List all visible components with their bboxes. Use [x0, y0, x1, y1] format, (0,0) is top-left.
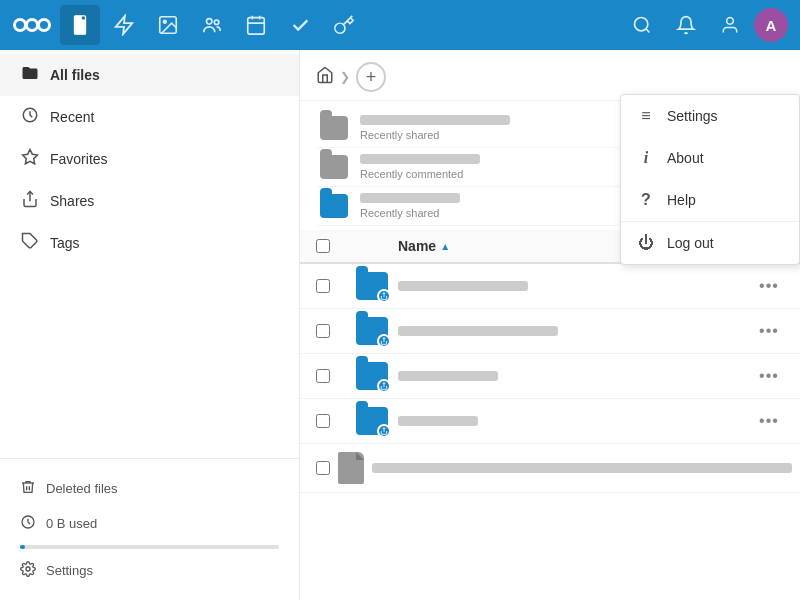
share-folder-icon-2: [356, 317, 388, 345]
svg-point-13: [635, 18, 648, 31]
passwords-nav-icon[interactable]: [324, 5, 364, 45]
row-more-button-3[interactable]: •••: [759, 367, 779, 385]
dropdown-logout[interactable]: ⏻ Log out: [621, 222, 799, 264]
dropdown-settings[interactable]: ≡ Settings: [621, 95, 799, 137]
dropdown-about[interactable]: i About: [621, 137, 799, 179]
activity-nav-icon[interactable]: [104, 5, 144, 45]
sidebar: All files Recent Favorites Shares Tags: [0, 50, 300, 600]
table-row[interactable]: •••: [300, 399, 800, 444]
table-row[interactable]: •••: [300, 309, 800, 354]
row-checkbox-5[interactable]: [316, 461, 330, 475]
sidebar-item-favorites[interactable]: Favorites: [0, 138, 299, 180]
topbar-icons: [60, 5, 614, 45]
sidebar-settings-label: Settings: [46, 563, 93, 578]
storage-label: 0 B used: [46, 516, 97, 531]
sidebar-bottom: Deleted files 0 B used Settings: [0, 458, 299, 600]
row-checkbox-3[interactable]: [316, 369, 346, 383]
name-column-header[interactable]: Name: [398, 238, 436, 254]
all-files-label: All files: [50, 67, 100, 83]
settings-menu-icon: ≡: [637, 107, 655, 125]
recent-file-sub-1: Recently shared: [360, 129, 510, 141]
svg-rect-12: [248, 18, 265, 34]
topbar-right: A: [622, 5, 788, 45]
about-menu-icon: i: [637, 149, 655, 167]
admin-icon[interactable]: [710, 5, 750, 45]
favorites-label: Favorites: [50, 151, 108, 167]
calendar-nav-icon[interactable]: [236, 5, 276, 45]
sidebar-storage: 0 B used: [20, 506, 279, 541]
share-folder-icon-4: [356, 407, 388, 435]
row-more-button-4[interactable]: •••: [759, 412, 779, 430]
row-checkbox-input-5[interactable]: [316, 461, 330, 475]
filename-bar-3: [398, 371, 498, 381]
row-more-button-1[interactable]: •••: [759, 277, 779, 295]
share-folder-icon-3: [356, 362, 388, 390]
svg-point-3: [16, 21, 24, 29]
sort-arrow-icon: ▲: [440, 241, 450, 252]
share-folder-icon-1: [356, 272, 388, 300]
row-checkbox-input-4[interactable]: [316, 414, 330, 428]
file-table: Name ▲: [300, 230, 800, 493]
recent-file-name-3: [360, 193, 460, 203]
notifications-icon[interactable]: [666, 5, 706, 45]
search-icon[interactable]: [622, 5, 662, 45]
photos-nav-icon[interactable]: [148, 5, 188, 45]
sidebar-item-shares[interactable]: Shares: [0, 180, 299, 222]
recent-folder-icon-2: [320, 155, 348, 179]
add-button[interactable]: +: [356, 62, 386, 92]
recent-file-sub-2: Recently commented: [360, 168, 480, 180]
dropdown-help[interactable]: ? Help: [621, 179, 799, 221]
row-checkbox-input-2[interactable]: [316, 324, 330, 338]
tasks-nav-icon[interactable]: [280, 5, 320, 45]
dropdown-help-label: Help: [667, 192, 696, 208]
select-all-checkbox[interactable]: [316, 239, 346, 253]
sidebar-deleted-files[interactable]: Deleted files: [20, 471, 279, 506]
contacts-nav-icon[interactable]: [192, 5, 232, 45]
row-more-button-2[interactable]: •••: [759, 322, 779, 340]
svg-point-10: [207, 19, 213, 24]
row-checkbox-input-3[interactable]: [316, 369, 330, 383]
row-checkbox-1[interactable]: [316, 279, 346, 293]
user-avatar[interactable]: A: [754, 8, 788, 42]
svg-point-9: [163, 20, 166, 23]
favorites-icon: [20, 148, 40, 170]
table-row[interactable]: •••: [300, 444, 800, 493]
row-checkbox-2[interactable]: [316, 324, 346, 338]
home-breadcrumb[interactable]: [316, 66, 334, 88]
filename-bar-1: [398, 281, 528, 291]
recent-folder-icon-3: [320, 194, 348, 218]
sidebar-item-recent[interactable]: Recent: [0, 96, 299, 138]
svg-marker-7: [116, 16, 133, 34]
sidebar-item-tags[interactable]: Tags: [0, 222, 299, 264]
table-row[interactable]: •••: [300, 354, 800, 399]
filename-bar-5: [372, 463, 792, 473]
dropdown-logout-label: Log out: [667, 235, 714, 251]
user-dropdown-menu: ≡ Settings i About ? Help ⏻ Log out: [620, 94, 800, 265]
shares-label: Shares: [50, 193, 94, 209]
dropdown-about-label: About: [667, 150, 704, 166]
storage-bar-fill: [20, 545, 25, 549]
sidebar-item-all-files[interactable]: All files: [0, 54, 299, 96]
row-checkbox-4[interactable]: [316, 414, 346, 428]
tags-label: Tags: [50, 235, 80, 251]
select-all-input[interactable]: [316, 239, 330, 253]
help-menu-icon: ?: [637, 191, 655, 209]
file-icon-5: [338, 452, 364, 484]
logout-menu-icon: ⏻: [637, 234, 655, 252]
sidebar-settings-icon: [20, 561, 36, 580]
files-nav-icon[interactable]: [60, 5, 100, 45]
svg-point-14: [727, 18, 734, 25]
recent-label: Recent: [50, 109, 94, 125]
table-row[interactable]: •••: [300, 264, 800, 309]
logo[interactable]: [12, 11, 52, 39]
sidebar-settings[interactable]: Settings: [20, 553, 279, 588]
svg-point-20: [26, 567, 30, 571]
dropdown-settings-label: Settings: [667, 108, 718, 124]
svg-marker-16: [23, 150, 38, 164]
shares-icon: [20, 190, 40, 212]
recent-file-sub-3: Recently shared: [360, 207, 460, 219]
filename-bar-4: [398, 416, 478, 426]
svg-point-11: [214, 20, 219, 25]
recent-file-name-2: [360, 154, 480, 164]
row-checkbox-input-1[interactable]: [316, 279, 330, 293]
